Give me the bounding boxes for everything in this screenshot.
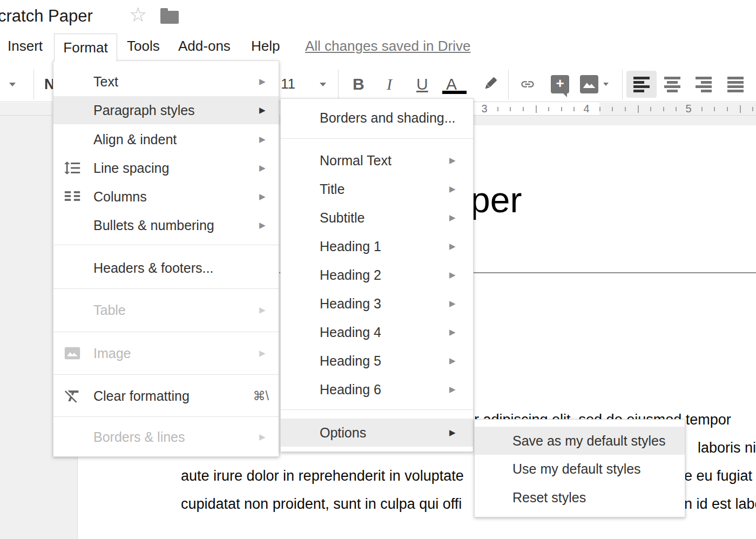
doc-heading-fragment[interactable]: per [470, 179, 522, 220]
options-menu-item-save-as-my-default-styles[interactable]: Save as my default styles [475, 427, 685, 455]
body-text-line[interactable]: aute irure dolor in reprehenderit in vol… [181, 468, 464, 484]
pstyles-menu-item-heading-1[interactable]: Heading 1▶ [281, 232, 473, 260]
format-menu-item-line-spacing[interactable]: Line spacing▶ [53, 154, 279, 182]
format-menu-item-headers-footers[interactable]: Headers & footers... [53, 254, 279, 282]
menu-item-label: Heading 4 [320, 318, 381, 346]
body-text-line[interactable]: e eu fugiat [684, 468, 752, 484]
ruler-inch-number: 3 [481, 103, 487, 115]
menu-tools[interactable]: Tools [127, 31, 160, 60]
align-right-icon [696, 76, 712, 92]
format-menu-item-paragraph-styles[interactable]: Paragraph styles▶ [53, 96, 279, 124]
align-center-icon [664, 76, 680, 92]
menu-item-label: Align & indent [93, 125, 177, 153]
submenu-arrow-icon: ▶ [259, 183, 266, 211]
menu-help[interactable]: Help [251, 31, 280, 60]
ruler-tick [727, 107, 728, 111]
pstyles-menu-item-options[interactable]: Options▶ [281, 419, 473, 447]
zoom-dropdown-icon[interactable] [9, 83, 16, 86]
submenu-arrow-icon: ▶ [449, 375, 456, 403]
ruler-tick [625, 107, 626, 111]
menu-item-label: Headers & footers... [93, 254, 213, 282]
italic-button[interactable]: I [387, 67, 392, 102]
menu-separator [281, 409, 473, 410]
menu-item-label: Heading 3 [320, 289, 381, 318]
highlight-color-icon[interactable] [481, 75, 499, 93]
menu-separator [53, 245, 279, 245]
font-size-field[interactable]: 11 [281, 67, 295, 100]
format-menu-item-clear-formatting[interactable]: Clear formatting⌘\ [53, 382, 279, 410]
align-left-icon [633, 76, 650, 92]
menu-item-label: Line spacing [93, 154, 169, 182]
menu-item-label: Columns [93, 183, 147, 211]
menu-item-label: Title [320, 175, 345, 203]
ruler-tick [650, 107, 651, 111]
star-icon[interactable]: ☆ [129, 4, 147, 26]
format-menu-item-bullets-numbering[interactable]: Bullets & numbering▶ [53, 211, 279, 239]
pstyles-menu-item-heading-2[interactable]: Heading 2▶ [281, 261, 473, 289]
options-menu-item-use-my-default-styles[interactable]: Use my default styles [475, 455, 685, 483]
menu-format[interactable]: Format [54, 33, 117, 62]
submenu-arrow-icon: ▶ [259, 96, 266, 124]
body-text-line[interactable]: n id est laborum [684, 496, 756, 513]
menu-item-label: Paragraph styles [93, 96, 195, 124]
ruler-inch-number: 4 [583, 103, 589, 115]
insert-link-icon[interactable] [517, 77, 538, 92]
align-left-button[interactable] [626, 71, 657, 98]
submenu-arrow-icon: ▶ [259, 211, 266, 239]
ruler-tick [561, 107, 562, 111]
save-status-link[interactable]: All changes saved in Drive [305, 31, 470, 60]
comment-tail [563, 93, 567, 97]
pstyles-menu-item-title[interactable]: Title▶ [281, 175, 473, 203]
menu-item-label: Clear formatting [93, 382, 190, 410]
menu-separator [53, 288, 279, 289]
pstyles-menu-item-heading-3[interactable]: Heading 3▶ [281, 289, 473, 318]
pstyles-menu-item-heading-5[interactable]: Heading 5▶ [281, 347, 473, 375]
submenu-arrow-icon: ▶ [449, 175, 456, 203]
align-center-button[interactable] [657, 71, 687, 98]
folder-icon[interactable] [160, 11, 179, 24]
menu-separator [53, 374, 279, 375]
body-text-line[interactable]: laboris nis [698, 440, 756, 456]
ruler-tick [676, 107, 677, 111]
pstyles-menu-item-heading-6[interactable]: Heading 6▶ [281, 375, 473, 403]
options-menu-item-reset-styles[interactable]: Reset styles [475, 483, 685, 511]
format-menu-item-columns[interactable]: Columns▶ [53, 183, 279, 211]
insert-image-button[interactable] [580, 75, 598, 93]
format-menu-item-text[interactable]: Text▶ [53, 68, 279, 96]
pstyles-menu-item-heading-4[interactable]: Heading 4▶ [281, 318, 473, 346]
ruler-tick [599, 107, 600, 111]
pstyles-menu-item-normal-text[interactable]: Normal Text▶ [281, 146, 473, 174]
underline-button[interactable]: U [416, 67, 428, 102]
submenu-arrow-icon: ▶ [449, 318, 456, 346]
menu-item-label: Normal Text [320, 146, 392, 174]
paragraph-styles-submenu-panel: Borders and shading...Normal Text▶Title▶… [280, 98, 474, 452]
font-size-dropdown-icon[interactable] [320, 83, 326, 86]
ruler-tick [752, 107, 753, 111]
menu-insert[interactable]: Insert [8, 31, 43, 60]
image-icon [580, 75, 598, 93]
format-menu-item-align-indent[interactable]: Align & indent▶ [53, 125, 279, 153]
menu-shortcut: ⌘\ [253, 382, 269, 410]
toolbar-divider [338, 70, 339, 99]
ruler-tick [714, 107, 715, 111]
pstyles-menu-item-borders-and-shading[interactable]: Borders and shading... [281, 104, 473, 132]
menu-separator [53, 332, 279, 332]
bold-button[interactable]: B [353, 67, 364, 102]
document-title[interactable]: cratch Paper [0, 6, 93, 26]
text-color-swatch [442, 91, 467, 94]
ruler-tick [497, 107, 498, 111]
image-dropdown-icon[interactable] [603, 83, 609, 86]
body-text-line[interactable]: cupidatat non proident, sunt in culpa qu… [181, 496, 462, 513]
menu-item-label: Text [93, 68, 118, 96]
text-color-button[interactable]: A [446, 67, 457, 102]
align-right-button[interactable] [688, 71, 719, 98]
pstyles-menu-item-subtitle[interactable]: Subtitle▶ [281, 204, 473, 232]
submenu-arrow-icon: ▶ [259, 339, 266, 367]
menu-item-label: Heading 2 [320, 261, 381, 289]
format-menu-item-table: Table▶ [53, 296, 279, 324]
toolbar-divider [622, 70, 623, 99]
menu-addons[interactable]: Add-ons [178, 31, 231, 60]
format-menu-item-image: Image▶ [53, 339, 279, 367]
add-comment-button[interactable]: + [551, 75, 569, 93]
align-justify-button[interactable] [720, 71, 751, 98]
